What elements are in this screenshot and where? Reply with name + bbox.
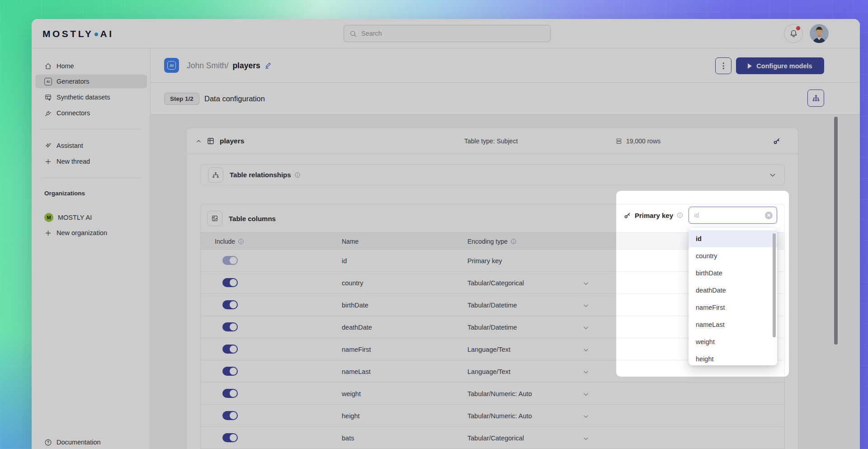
sidebar-item-synthetic-datasets[interactable]: Synthetic datasets <box>35 90 147 104</box>
generators-icon: AI <box>44 78 52 85</box>
breadcrumb-owner: John Smith/ <box>187 61 228 71</box>
include-toggle[interactable] <box>222 389 238 398</box>
chevron-down-icon[interactable] <box>583 280 589 287</box>
logo-text-right: AI <box>100 28 114 39</box>
encoding-type-value[interactable]: Language/Text <box>467 338 510 360</box>
sidebar-divider <box>41 129 142 129</box>
sidebar-item-home[interactable]: Home <box>35 59 147 73</box>
column-name: country <box>342 272 363 294</box>
include-toggle[interactable] <box>222 256 238 265</box>
page-title: Data configuration <box>204 83 265 115</box>
relationships-label: Table relationships <box>230 171 291 179</box>
toggle-knob <box>230 434 237 441</box>
chevron-down-icon[interactable] <box>583 435 589 442</box>
encoding-type-value[interactable]: Tabular/Datetime <box>467 294 517 316</box>
notifications-button[interactable] <box>784 24 803 43</box>
schema-view-button[interactable] <box>807 90 824 107</box>
encoding-type-value[interactable]: Tabular/Numeric: Auto <box>467 383 532 405</box>
page-scrollbar[interactable] <box>834 117 838 345</box>
include-toggle[interactable] <box>222 345 238 354</box>
dropdown-option[interactable]: birthDate <box>689 265 777 282</box>
column-name: birthDate <box>342 294 368 316</box>
chevron-up-icon[interactable] <box>196 138 202 144</box>
table-columns-label: Table columns <box>229 215 276 222</box>
bell-icon <box>789 29 798 38</box>
chevron-down-icon[interactable] <box>769 171 776 179</box>
table-card-header[interactable]: players Table type: Subject 19,000 rows <box>187 128 798 154</box>
include-toggle[interactable] <box>222 433 238 442</box>
configure-models-button[interactable]: Configure models <box>736 57 824 74</box>
user-avatar[interactable] <box>810 24 829 43</box>
search-box[interactable] <box>344 25 551 42</box>
clear-selection-icon[interactable]: ✕ <box>765 212 773 219</box>
primary-key-select[interactable]: ✕ <box>689 207 777 224</box>
primary-key-control: Primary key ✕ <box>623 207 777 224</box>
toggle-knob <box>230 323 237 331</box>
sidebar-item-new-organization[interactable]: New organization <box>35 226 147 240</box>
column-name: deathDate <box>342 316 372 338</box>
sidebar-item-new-thread[interactable]: New thread <box>35 155 147 168</box>
sidebar-item-documentation[interactable]: Documentation <box>35 435 147 449</box>
include-toggle[interactable] <box>222 322 238 331</box>
table-row: height Tabular/Numeric: Auto <box>201 405 784 427</box>
sidebar-item-generators[interactable]: AI Generators <box>35 75 147 88</box>
breadcrumb-generator-name: players <box>232 61 260 71</box>
table-icon <box>207 137 215 145</box>
dropdown-options: id country birthDate deathDate nameFirst <box>689 230 777 365</box>
encoding-type-value[interactable]: Primary key <box>467 250 502 272</box>
chevron-down-icon[interactable] <box>583 369 589 375</box>
include-toggle[interactable] <box>222 300 238 309</box>
toggle-knob <box>230 345 237 353</box>
search-input[interactable] <box>361 30 545 37</box>
encoding-type-value[interactable]: Tabular/Categorical <box>467 427 524 449</box>
dropdown-option[interactable]: deathDate <box>689 282 777 299</box>
chevron-down-icon[interactable] <box>583 302 589 309</box>
app-window: MOSTLY AI Home <box>32 19 860 449</box>
primary-key-icon <box>773 137 781 145</box>
dropdown-option[interactable]: nameFirst <box>689 299 777 316</box>
include-toggle[interactable] <box>222 411 238 420</box>
column-name: nameLast <box>342 360 371 383</box>
primary-key-label: Primary key <box>635 212 673 219</box>
relationships-tree-icon <box>208 167 223 183</box>
dropdown-option[interactable]: weight <box>689 333 777 350</box>
logo-text-left: MOSTLY <box>42 28 94 39</box>
sidebar-item-connectors[interactable]: Connectors <box>35 106 147 120</box>
table-relationships-section[interactable]: Table relationships <box>200 164 785 185</box>
chevron-down-icon[interactable] <box>583 391 589 397</box>
primary-key-input[interactable] <box>694 212 763 219</box>
encoding-type-value[interactable]: Tabular/Datetime <box>467 316 517 338</box>
row-count: 19,000 rows <box>615 128 660 154</box>
sidebar-item-mostly-ai-org[interactable]: M MOSTLY AI <box>35 211 147 224</box>
column-name: bats <box>342 427 354 449</box>
edit-pencil-icon[interactable] <box>264 61 273 70</box>
dropdown-option[interactable]: id <box>689 230 777 247</box>
chevron-down-icon[interactable] <box>583 325 589 331</box>
primary-key-dropdown: id country birthDate deathDate nameFirst <box>689 228 777 365</box>
sidebar-item-assistant[interactable]: Assistant <box>35 139 147 152</box>
dropdown-option[interactable]: country <box>689 247 777 265</box>
chevron-down-icon[interactable] <box>583 347 589 353</box>
table-name: players <box>220 137 244 145</box>
sidebar-item-label: Generators <box>57 78 90 85</box>
dropdown-option[interactable]: nameLast <box>689 316 777 333</box>
chevron-down-icon[interactable] <box>583 413 589 420</box>
dropdown-option[interactable]: height <box>689 350 777 365</box>
encoding-type-header: Encoding type <box>467 238 508 245</box>
connector-plug-icon <box>44 109 52 117</box>
name-header: Name <box>342 233 359 250</box>
dataset-icon <box>44 94 52 101</box>
encoding-type-value[interactable]: Tabular/Numeric: Auto <box>467 405 532 427</box>
table-row: weight Tabular/Numeric: Auto <box>201 383 784 405</box>
include-toggle[interactable] <box>222 367 238 376</box>
include-toggle[interactable] <box>222 278 238 287</box>
encoding-type-value[interactable]: Language/Text <box>467 360 510 383</box>
schema-tree-icon <box>812 94 820 102</box>
ai-chip-icon: AI <box>167 61 176 70</box>
more-options-button[interactable]: ⋮ <box>715 57 731 74</box>
column-name: nameFirst <box>342 338 371 360</box>
dropdown-scrollbar[interactable] <box>773 233 776 337</box>
encoding-type-value[interactable]: Tabular/Categorical <box>467 272 524 294</box>
step-row: Step 1/2 Data configuration <box>151 83 860 115</box>
logo-dot-icon <box>94 33 98 36</box>
